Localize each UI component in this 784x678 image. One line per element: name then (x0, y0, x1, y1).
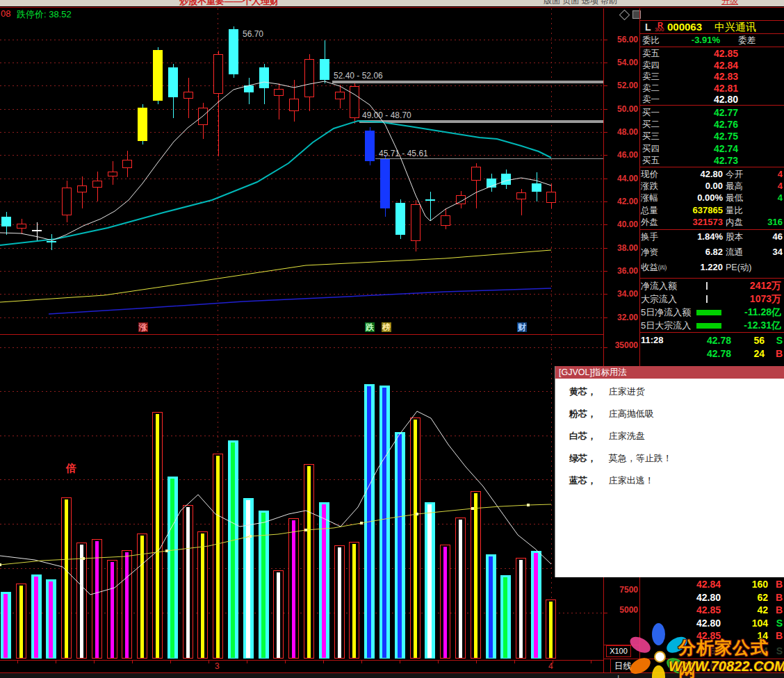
candle (501, 174, 511, 185)
candle (456, 195, 466, 204)
volume-gridline (0, 436, 603, 436)
panel-divider (639, 33, 784, 34)
quote-row: 总量 637865 量比 (639, 205, 784, 216)
axis-tick (603, 271, 607, 272)
divider-tag-2[interactable]: 榜 (382, 322, 391, 332)
app-window: 炒股不重要——个人理财 版面 页面 选项 帮助 升级 08 跌停价: 38.52 (0, 0, 784, 678)
candle (198, 108, 208, 125)
multiple-label: 倍 (66, 462, 76, 475)
flow-row: 大宗流入 1073万 (639, 293, 784, 306)
candle (122, 160, 132, 168)
panel-divider (639, 332, 784, 333)
fin-row: 换手 1.84% 股本 46 (639, 231, 784, 244)
price-gridline (0, 109, 603, 110)
volume-bar (122, 550, 132, 659)
last-tick-row: 42.78 24 B (639, 348, 784, 361)
volume-bar (379, 386, 390, 659)
menu-upgrade[interactable]: 升级 (721, 0, 738, 6)
popup-line: 黄芯， 庄家进货 (569, 386, 645, 398)
candle (92, 181, 102, 188)
volume-axis-label: 35000 (606, 340, 638, 350)
price-axis-label: 54.00 (606, 58, 638, 67)
time-tick (400, 660, 400, 663)
popup-titlebar[interactable]: [GJVOL]指标用法 (555, 366, 784, 379)
x100-label: X100 (610, 647, 628, 655)
axis-tick (603, 109, 607, 110)
price-axis-label: 32.00 (606, 313, 638, 322)
volume-bar (395, 432, 405, 659)
volume-bar (273, 570, 284, 659)
candle (395, 203, 405, 235)
time-tick (132, 660, 133, 663)
chart-area[interactable]: 涨跌榜财 (0, 0, 603, 672)
bid-row: 买二 42.76 (639, 119, 784, 130)
price-axis-label: 40.00 (606, 220, 638, 229)
high-price-label: 56.70 (243, 29, 263, 39)
time-tick (209, 660, 209, 663)
volume-bar (228, 440, 238, 659)
price-gridline (0, 317, 603, 318)
vol-bottom-border (0, 660, 603, 661)
time-tick (17, 660, 18, 663)
price-axis-label: 52.00 (606, 81, 638, 90)
gjvol-popup: [GJVOL]指标用法 黄芯， 庄家进货 粉芯， 庄高抛低吸 白芯， 庄家洗盘 … (555, 366, 784, 577)
month-label: 4 (548, 661, 553, 671)
axis-tick (603, 85, 607, 86)
ask-row: 卖一 42.80 (639, 94, 784, 105)
volume-bar (1, 592, 11, 659)
ask-row: 卖五 42.85 (639, 48, 784, 59)
price-gridline (0, 179, 603, 179)
volume-gridline (0, 479, 603, 480)
volume-gridline (0, 391, 603, 392)
price-axis-label: 34.00 (606, 289, 638, 299)
divider-tag-0[interactable]: 涨 (138, 322, 148, 332)
candle (77, 185, 87, 192)
price-gridline (0, 248, 603, 249)
candle (17, 224, 26, 229)
panel-divider (639, 278, 784, 279)
watermark-url: WWW.70822.COM (669, 659, 784, 675)
x100-box[interactable]: X100 (606, 645, 631, 657)
time-tick (56, 660, 56, 663)
volume-bar (455, 518, 466, 659)
candle (244, 85, 254, 92)
candle (320, 59, 329, 80)
divider-tag-1[interactable]: 跌 (365, 322, 375, 332)
candle-wick (37, 222, 38, 240)
volume-bar (197, 531, 208, 659)
candle (350, 86, 359, 118)
volume-bar (137, 534, 147, 659)
price-gridline (0, 132, 603, 133)
volume-bar (61, 497, 72, 659)
quote-row: 涨幅 0.00% 最低 4 (639, 192, 784, 204)
resistance-label-3: 45.71 - 45.61 (379, 149, 428, 158)
divider-tag-3[interactable]: 财 (517, 322, 527, 332)
candle (304, 59, 314, 97)
volume-bar (304, 464, 314, 659)
volume-bar (31, 574, 42, 659)
candle-wick (430, 192, 431, 221)
fin-row: 收益㈣ 1.220 PE(动) (639, 262, 784, 274)
candle (471, 167, 481, 181)
volume-gridline (0, 568, 603, 569)
price-axis-label: 36.00 (606, 266, 638, 276)
volume-bar (364, 384, 375, 659)
diamond-icon[interactable] (619, 10, 630, 21)
volume-bar (92, 539, 102, 659)
quote-row: 现价 42.80 今开 4 (639, 169, 784, 180)
candle (229, 29, 238, 74)
candle (274, 89, 284, 96)
axis-tick (603, 40, 607, 40)
popup-line: 白芯， 庄家洗盘 (569, 430, 645, 443)
volume-bar (288, 518, 299, 659)
candle (289, 99, 299, 111)
volume-bar (546, 600, 556, 659)
quote-row: 外盘 321573 内盘 316 (639, 217, 784, 228)
stock-title: L R 300 000063 中兴通讯 (639, 21, 784, 33)
candle (47, 241, 56, 242)
time-tick (591, 660, 591, 663)
volume-bar (259, 511, 269, 659)
weibi-row: 委比 -3.91% 委差 (639, 35, 784, 47)
popup-core-meaning: 庄家出逃！ (609, 475, 654, 486)
volume-bar (486, 554, 496, 659)
